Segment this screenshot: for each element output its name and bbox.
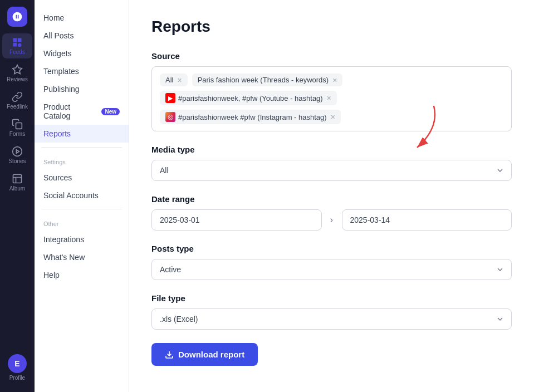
product-catalog-badge: New	[101, 108, 120, 115]
feeds-icon-label: Feeds	[9, 49, 25, 55]
download-report-label: Download report	[178, 350, 244, 359]
main-content: Reports Source All × Paris fashion week …	[129, 0, 534, 392]
nav-item-integrations-label: Integrations	[43, 235, 84, 244]
download-icon	[165, 350, 174, 359]
nav-item-home-label: Home	[43, 13, 64, 22]
nav-item-widgets-label: Widgets	[43, 49, 72, 58]
source-tag-pfw-youtube[interactable]: ▶ #parisfashionweek, #pfw (Youtube - has…	[160, 91, 337, 105]
nav-item-reports[interactable]: Reports	[35, 125, 129, 143]
nav-item-all-posts[interactable]: All Posts	[35, 27, 129, 45]
source-row-2: ▶ #parisfashionweek, #pfw (Youtube - has…	[160, 91, 503, 105]
nav-divider-other	[41, 209, 122, 209]
svg-rect-4	[13, 175, 22, 183]
left-navigation: Home All Posts Widgets Templates Publish…	[35, 0, 129, 392]
nav-item-widgets[interactable]: Widgets	[35, 45, 129, 62]
source-tag-all-text: All	[165, 76, 173, 84]
download-report-button[interactable]: Download report	[151, 343, 258, 366]
nav-item-whats-new-label: What's New	[43, 253, 85, 262]
avatar[interactable]: E	[8, 354, 27, 373]
source-box: All × Paris fashion week (Threads - keyw…	[151, 66, 512, 131]
date-range-row: ›	[151, 209, 512, 231]
media-type-select[interactable]: All Photo Video Story	[151, 160, 512, 181]
sidebar-item-forms[interactable]: Forms	[2, 115, 32, 140]
nav-item-publishing-label: Publishing	[43, 85, 80, 94]
svg-point-2	[13, 147, 22, 156]
file-type-label: File type	[151, 293, 512, 303]
date-from-input[interactable]	[151, 209, 322, 231]
date-to-input[interactable]	[342, 209, 512, 231]
nav-item-product-catalog-label: Product Catalog	[43, 102, 98, 120]
source-row-3: ◎ #parisfashionweek #pfw (Instagram - ha…	[160, 110, 503, 124]
nav-item-publishing[interactable]: Publishing	[35, 80, 129, 98]
page-title: Reports	[151, 18, 512, 36]
nav-item-sources-label: Sources	[43, 173, 72, 182]
source-row-1: All × Paris fashion week (Threads - keyw…	[160, 74, 503, 86]
file-type-section: File type .xls (Excel) .csv .pdf	[151, 293, 512, 330]
nav-item-help-label: Help	[43, 271, 60, 280]
posts-type-label: Posts type	[151, 244, 512, 253]
media-type-section: Media type All Photo Video Story	[151, 145, 512, 181]
forms-icon-label: Forms	[9, 131, 25, 137]
nav-item-product-catalog[interactable]: Product Catalog New	[35, 98, 129, 125]
youtube-icon: ▶	[165, 93, 175, 103]
nav-item-help[interactable]: Help	[35, 266, 129, 284]
nav-item-templates-label: Templates	[43, 67, 79, 76]
nav-item-social-accounts-label: Social Accounts	[43, 191, 99, 200]
nav-item-all-posts-label: All Posts	[43, 31, 74, 40]
date-range-label: Date range	[151, 194, 512, 204]
sidebar-item-feedlink[interactable]: Feedlink	[2, 88, 32, 113]
icon-sidebar: Feeds Reviews Feedlink Forms Stories Alb…	[0, 0, 35, 392]
date-range-section: Date range ›	[151, 194, 512, 231]
date-separator-icon: ›	[322, 210, 342, 230]
svg-marker-3	[16, 150, 19, 154]
other-section-header: Other	[35, 214, 129, 231]
sidebar-item-album[interactable]: Album	[2, 170, 32, 195]
source-tag-pfw-youtube-text: #parisfashionweek, #pfw (Youtube - hasht…	[178, 94, 323, 102]
profile-nav-item[interactable]: E Profile	[8, 354, 27, 381]
source-tag-paris-threads-text: Paris fashion week (Threads - keywords)	[198, 76, 329, 84]
nav-divider-settings	[41, 147, 122, 148]
reviews-icon-label: Reviews	[7, 76, 28, 82]
sidebar-item-feeds[interactable]: Feeds	[2, 33, 32, 58]
source-tag-pfw-instagram-text: #parisfashionweek #pfw (Instagram - hash…	[178, 113, 327, 121]
source-section: Source All × Paris fashion week (Threads…	[151, 51, 512, 131]
feedlink-icon-label: Feedlink	[7, 104, 28, 110]
app-logo[interactable]	[7, 7, 27, 27]
svg-rect-1	[16, 123, 22, 129]
nav-item-home[interactable]: Home	[35, 9, 129, 27]
file-type-select[interactable]: .xls (Excel) .csv .pdf	[151, 308, 512, 330]
source-tag-all[interactable]: All ×	[160, 74, 188, 86]
posts-type-section: Posts type Active Inactive All	[151, 244, 512, 280]
source-tag-pfw-instagram-remove[interactable]: ×	[331, 113, 335, 121]
sidebar-item-stories[interactable]: Stories	[2, 143, 32, 168]
nav-item-social-accounts[interactable]: Social Accounts	[35, 187, 129, 204]
profile-label: Profile	[9, 375, 25, 381]
album-icon-label: Album	[9, 185, 25, 192]
nav-item-integrations[interactable]: Integrations	[35, 231, 129, 248]
nav-item-reports-label: Reports	[43, 129, 71, 138]
instagram-icon: ◎	[165, 112, 175, 122]
nav-item-whats-new[interactable]: What's New	[35, 248, 129, 266]
source-label: Source	[151, 51, 512, 61]
source-tag-all-remove[interactable]: ×	[177, 76, 182, 84]
nav-item-sources[interactable]: Sources	[35, 169, 129, 187]
source-tag-pfw-youtube-remove[interactable]: ×	[327, 94, 331, 102]
source-tag-pfw-instagram[interactable]: ◎ #parisfashionweek #pfw (Instagram - ha…	[160, 110, 341, 124]
svg-marker-0	[13, 65, 22, 74]
source-tag-paris-threads-remove[interactable]: ×	[332, 76, 337, 84]
stories-icon-label: Stories	[8, 158, 26, 164]
sidebar-item-reviews[interactable]: Reviews	[2, 61, 32, 86]
source-tag-paris-threads[interactable]: Paris fashion week (Threads - keywords) …	[192, 74, 343, 86]
nav-item-templates[interactable]: Templates	[35, 62, 129, 80]
posts-type-select[interactable]: Active Inactive All	[151, 259, 512, 280]
media-type-label: Media type	[151, 145, 512, 154]
settings-section-header: Settings	[35, 152, 129, 169]
